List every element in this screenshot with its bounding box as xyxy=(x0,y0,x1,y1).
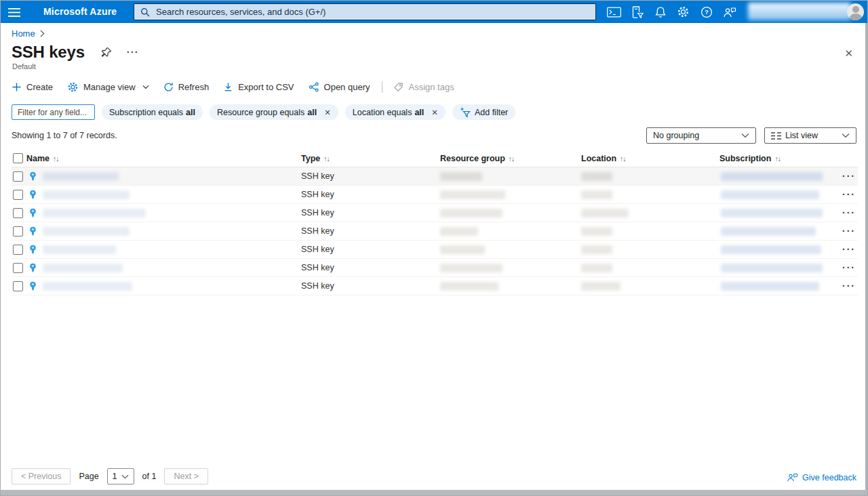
breadcrumb-home-link[interactable]: Home xyxy=(12,28,35,39)
row-checkbox[interactable] xyxy=(13,263,23,273)
search-input[interactable] xyxy=(155,6,589,18)
svg-text:?: ? xyxy=(705,8,709,16)
page-number-select[interactable]: 1 xyxy=(107,468,134,484)
redacted-resource-group xyxy=(440,227,478,236)
create-button[interactable]: Create xyxy=(12,82,53,92)
table-row[interactable]: SSH key ··· xyxy=(12,259,858,277)
column-header-type[interactable]: Type↑↓ xyxy=(301,150,330,167)
settings-icon[interactable] xyxy=(676,5,690,19)
add-filter-icon xyxy=(460,107,471,118)
row-checkbox[interactable] xyxy=(13,245,23,255)
table-row[interactable]: SSH key ··· xyxy=(12,167,858,186)
chevron-down-icon xyxy=(842,133,850,138)
ssh-key-icon xyxy=(28,245,38,257)
ssh-key-icon xyxy=(28,171,38,184)
breadcrumb: Home xyxy=(12,28,45,39)
pin-icon[interactable] xyxy=(101,47,112,58)
row-context-menu-icon[interactable]: ··· xyxy=(842,167,856,185)
row-context-menu-icon[interactable]: ··· xyxy=(842,186,856,203)
page-title: SSH keys xyxy=(12,43,85,62)
feedback-icon[interactable] xyxy=(722,5,736,19)
redacted-resource-group xyxy=(440,264,502,272)
type-cell: SSH key xyxy=(301,259,334,276)
avatar[interactable] xyxy=(847,3,864,20)
help-icon[interactable]: ? xyxy=(699,5,713,19)
pagination: < Previous Page 1 of 1 Next > xyxy=(12,468,208,484)
row-checkbox[interactable] xyxy=(13,226,23,236)
column-header-subscription[interactable]: Subscription↑↓ xyxy=(719,150,781,167)
sort-icon: ↑↓ xyxy=(620,154,626,163)
sort-icon: ↑↓ xyxy=(774,154,781,163)
type-cell: SSH key xyxy=(301,241,334,258)
view-select[interactable]: List view xyxy=(764,127,856,144)
global-search[interactable] xyxy=(134,3,596,20)
table-row[interactable]: SSH key ··· xyxy=(12,186,858,204)
type-cell: SSH key xyxy=(301,186,334,203)
row-context-menu-icon[interactable]: ··· xyxy=(842,277,856,295)
filter-pill-resource-group[interactable]: Resource group equals all ✕ xyxy=(210,104,338,120)
refresh-button[interactable]: Refresh xyxy=(163,82,210,92)
notifications-icon[interactable] xyxy=(653,5,667,19)
redacted-name[interactable] xyxy=(43,172,119,181)
table-row[interactable]: SSH key ··· xyxy=(12,222,858,241)
next-page-button[interactable]: Next > xyxy=(164,468,208,484)
chevron-down-icon xyxy=(121,474,129,479)
ssh-key-icon xyxy=(28,281,38,294)
redacted-subscription xyxy=(721,172,823,181)
cloud-shell-icon[interactable] xyxy=(607,5,621,19)
chevron-down-icon xyxy=(741,133,749,138)
add-filter-button[interactable]: Add filter xyxy=(452,104,515,120)
row-context-menu-icon[interactable]: ··· xyxy=(842,222,856,240)
table-row[interactable]: SSH key ··· xyxy=(12,241,858,259)
chevron-down-icon xyxy=(142,85,149,89)
assign-tags-button[interactable]: Assign tags xyxy=(393,82,454,92)
row-checkbox[interactable] xyxy=(13,208,23,218)
export-csv-button[interactable]: Export to CSV xyxy=(223,82,294,92)
type-cell: SSH key xyxy=(301,277,334,295)
redacted-name[interactable] xyxy=(43,209,146,218)
sort-icon: ↑↓ xyxy=(509,154,515,163)
tag-icon xyxy=(393,82,403,92)
type-cell: SSH key xyxy=(301,222,334,240)
row-context-menu-icon[interactable]: ··· xyxy=(842,259,856,276)
column-header-name[interactable]: Name↑↓ xyxy=(26,150,59,167)
row-checkbox[interactable] xyxy=(13,171,23,182)
manage-view-button[interactable]: Manage view xyxy=(67,81,149,93)
grouping-select[interactable]: No grouping xyxy=(646,127,756,144)
brand-title[interactable]: Microsoft Azure xyxy=(43,6,117,17)
more-actions-icon[interactable]: ··· xyxy=(127,49,139,56)
row-checkbox[interactable] xyxy=(13,281,23,291)
close-blade-icon[interactable]: ✕ xyxy=(844,47,853,60)
remove-filter-icon[interactable]: ✕ xyxy=(431,108,438,117)
redacted-name[interactable] xyxy=(43,264,123,272)
avatar-head xyxy=(852,6,859,13)
row-checkbox[interactable] xyxy=(13,190,23,200)
remove-filter-icon[interactable]: ✕ xyxy=(324,108,331,117)
directory-filter-icon[interactable] xyxy=(630,5,644,19)
filter-pill-location[interactable]: Location equals all ✕ xyxy=(345,104,446,120)
column-header-location[interactable]: Location↑↓ xyxy=(581,150,626,167)
redacted-location xyxy=(581,282,620,291)
redacted-name[interactable] xyxy=(43,282,132,291)
filter-input[interactable] xyxy=(12,104,95,120)
redacted-name[interactable] xyxy=(43,227,130,236)
chevron-right-icon xyxy=(40,30,45,37)
window-right-edge xyxy=(865,23,867,495)
redacted-name[interactable] xyxy=(43,190,130,199)
give-feedback-link[interactable]: Give feedback xyxy=(787,472,856,482)
table-header-row: Name↑↓ Type↑↓ Resource group↑↓ Location↑… xyxy=(12,150,858,167)
share-branch-icon xyxy=(309,82,319,92)
row-context-menu-icon[interactable]: ··· xyxy=(842,241,856,258)
hamburger-menu-icon[interactable] xyxy=(8,7,20,20)
filter-pill-subscription[interactable]: Subscription equals all xyxy=(102,104,203,120)
row-context-menu-icon[interactable]: ··· xyxy=(842,204,856,222)
column-header-resource-group[interactable]: Resource group↑↓ xyxy=(440,150,514,167)
open-query-button[interactable]: Open query xyxy=(309,82,370,92)
redacted-name[interactable] xyxy=(43,245,116,254)
plus-icon xyxy=(12,82,22,92)
table-row[interactable]: SSH key ··· xyxy=(12,204,858,222)
select-all-checkbox[interactable] xyxy=(13,153,23,163)
table-row[interactable]: SSH key ··· xyxy=(12,277,858,295)
previous-page-button[interactable]: < Previous xyxy=(12,468,71,484)
redacted-location xyxy=(581,227,612,236)
